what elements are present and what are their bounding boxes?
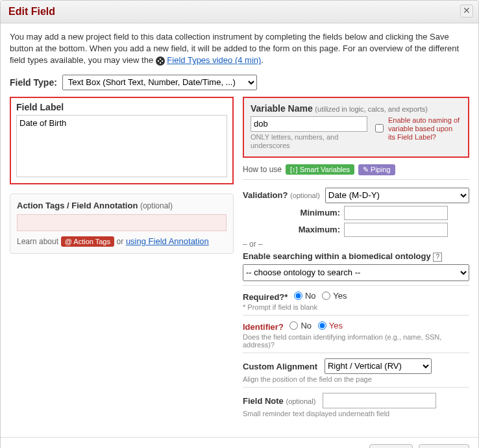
- required-sub: * Prompt if field is blank: [243, 303, 469, 311]
- validation-select[interactable]: Date (M-D-Y): [325, 188, 469, 203]
- field-note-title: Field Note: [243, 395, 284, 405]
- enable-auto-naming[interactable]: Enable auto naming of variable based upo…: [373, 116, 461, 142]
- maximum-input[interactable]: [344, 223, 448, 237]
- field-label-title: Field Label: [16, 102, 227, 112]
- identifier-no[interactable]: No: [289, 321, 312, 330]
- dialog-body: You may add a new project field to this …: [1, 23, 478, 429]
- alignment-select[interactable]: Right / Vertical (RV): [325, 358, 432, 374]
- dialog-header: Edit Field ✕: [1, 1, 478, 23]
- how-to-use-label: How to use: [243, 165, 282, 174]
- required-title: Required?*: [243, 292, 288, 302]
- field-types-video-link[interactable]: Field Types video (4 min): [167, 55, 261, 65]
- pencil-icon: ✎: [363, 166, 369, 174]
- identifier-no-radio[interactable]: [289, 321, 298, 330]
- validation-title: Validation?: [243, 190, 288, 200]
- maximum-label: Maximum:: [243, 225, 340, 234]
- identifier-sub: Does the field contain identifying infor…: [243, 333, 469, 349]
- identifier-yes[interactable]: Yes: [318, 321, 343, 330]
- field-note-block: Field Note (optional) Small reminder tex…: [243, 387, 469, 421]
- required-no[interactable]: No: [294, 291, 316, 301]
- smart-variables-button[interactable]: [↕] Smart Variables: [286, 164, 354, 175]
- alignment-title: Custom Alignment: [243, 361, 317, 371]
- field-type-label: Field Type:: [10, 77, 57, 88]
- variable-name-hint: (utilized in logic, calcs, and exports): [315, 105, 428, 113]
- cancel-button[interactable]: Cancel: [419, 444, 469, 448]
- left-column: Field Label Action Tags / Field Annotati…: [10, 97, 234, 254]
- dialog-title: Edit Field: [8, 6, 55, 17]
- swap-icon: [↕]: [290, 166, 298, 173]
- required-block: Required?* No Yes * Prompt if field is b…: [243, 285, 469, 315]
- field-label-input[interactable]: [16, 115, 227, 177]
- required-yes[interactable]: Yes: [322, 291, 347, 301]
- enable-auto-label: Enable auto naming of variable based upo…: [388, 116, 461, 142]
- how-to-use-row: How to use [↕] Smart Variables ✎ Piping: [243, 164, 469, 175]
- ontology-title: Enable searching within a biomedical ont…: [243, 251, 431, 261]
- required-no-radio[interactable]: [294, 292, 302, 300]
- right-column: Variable Name (utilized in logic, calcs,…: [243, 97, 469, 421]
- ontology-select[interactable]: -- choose ontology to search --: [243, 264, 469, 281]
- action-tags-input[interactable]: [17, 214, 227, 231]
- save-button[interactable]: Save: [369, 444, 413, 448]
- enable-auto-checkbox[interactable]: [375, 117, 384, 140]
- field-label-box: Field Label: [10, 97, 234, 184]
- or-label: or: [117, 237, 124, 246]
- alignment-block: Custom Alignment Right / Vertical (RV) A…: [243, 353, 469, 387]
- action-tags-box: Action Tags / Field Annotation (optional…: [10, 193, 234, 254]
- close-icon[interactable]: ✕: [460, 5, 473, 18]
- field-note-sub: Small reminder text displayed underneath…: [243, 410, 469, 417]
- action-tags-button[interactable]: @ Action Tags: [61, 236, 114, 247]
- piping-button[interactable]: ✎ Piping: [358, 164, 395, 175]
- variable-name-title: Variable Name: [251, 103, 313, 114]
- required-yes-radio[interactable]: [322, 292, 330, 300]
- alignment-sub: Align the position of the field on the p…: [243, 375, 469, 383]
- variable-name-box: Variable Name (utilized in logic, calcs,…: [243, 97, 469, 158]
- dialog-footer: Save Cancel: [1, 437, 478, 448]
- minimum-input[interactable]: [344, 206, 448, 220]
- action-tags-optional: (optional): [140, 201, 173, 210]
- identifier-yes-radio[interactable]: [318, 321, 326, 330]
- identifier-block: Identifier? No Yes Does the field contai…: [243, 315, 469, 353]
- help-icon[interactable]: ?: [433, 253, 442, 262]
- film-reel-icon: [156, 56, 165, 66]
- field-note-optional: (optional): [286, 397, 315, 404]
- field-annotation-link[interactable]: using Field Annotation: [126, 236, 209, 246]
- field-note-input[interactable]: [323, 393, 436, 408]
- minimum-label: Minimum:: [243, 208, 340, 218]
- validation-block: Validation? (optional) Date (M-D-Y) Mini…: [243, 179, 469, 285]
- variable-name-sub: ONLY letters, numbers, and underscores: [251, 133, 367, 150]
- identifier-title: Identifier?: [243, 322, 284, 332]
- learn-about-label: Learn about: [17, 237, 58, 246]
- variable-name-input[interactable]: [251, 116, 367, 132]
- field-type-select[interactable]: Text Box (Short Text, Number, Date/Time,…: [62, 75, 257, 90]
- validation-optional: (optional): [290, 192, 320, 199]
- edit-field-dialog: Edit Field ✕ You may add a new project f…: [0, 0, 479, 448]
- intro-part3: .: [261, 55, 264, 65]
- intro-text: You may add a new project field to this …: [10, 31, 469, 67]
- or-separator: – or –: [243, 240, 469, 249]
- field-type-row: Field Type: Text Box (Short Text, Number…: [10, 75, 469, 90]
- action-tags-title: Action Tags / Field Annotation: [17, 201, 138, 210]
